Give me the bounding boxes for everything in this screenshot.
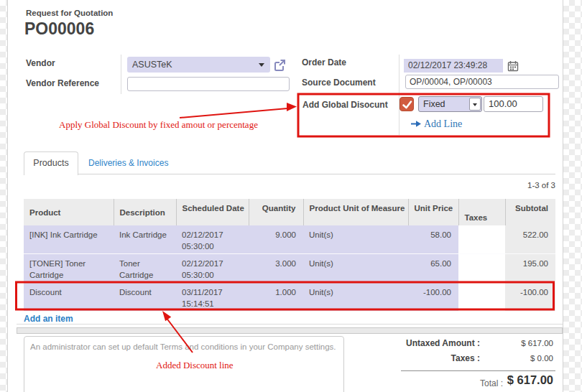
order-date-label: Order Date	[302, 57, 346, 67]
vendor-reference-input[interactable]	[127, 77, 290, 91]
form-sheet: Request for Quotation PO00006 Vendor Ven…	[7, 0, 563, 392]
column-header[interactable]: Unit Price	[408, 199, 458, 225]
caret-down-icon	[473, 103, 477, 106]
right-group-separator	[399, 55, 399, 135]
arrow-right-icon	[411, 120, 422, 128]
column-header[interactable]: Scheduled Date	[176, 199, 249, 225]
summary-divider	[401, 370, 555, 371]
untaxed-amount-label: Untaxed Amount :	[406, 338, 480, 348]
tab-products[interactable]: Products	[24, 151, 78, 175]
total-value: $ 617.00	[507, 373, 553, 387]
vendor-reference-label: Vendor Reference	[26, 78, 99, 88]
terms-placeholder: An administrator can set up default Term…	[30, 342, 336, 351]
cell-unit_price[interactable]: 65.00	[408, 254, 458, 283]
cell-description[interactable]: Ink Cartridge	[114, 225, 176, 254]
cell-taxes[interactable]	[458, 254, 505, 283]
column-header[interactable]: Product Unit of Measure	[303, 199, 408, 225]
external-link-icon[interactable]	[272, 58, 287, 73]
select-dropdown-button[interactable]	[469, 98, 481, 111]
caret-down-icon	[259, 63, 264, 67]
vendor-value: ASUSTeK	[132, 60, 172, 70]
column-header[interactable]: Subtotal	[505, 199, 555, 225]
cell-uom[interactable]: Unit(s)	[303, 254, 408, 283]
cell-product[interactable]: [TONER] Toner Cartridge	[24, 254, 114, 283]
cell-quantity[interactable]: 3.000	[249, 254, 303, 283]
add-an-item-link[interactable]: Add an item	[24, 314, 73, 324]
taxes-label: Taxes :	[451, 353, 480, 363]
discount-type-value: Fixed	[423, 99, 445, 109]
untaxed-amount-value: $ 617.00	[521, 339, 553, 347]
cell-quantity[interactable]: 9.000	[249, 225, 303, 254]
table-row[interactable]: [TONER] Toner CartridgeToner Cartridge02…	[24, 254, 555, 283]
order-lines-head-row: ProductDescriptionScheduled DateQuantity…	[24, 199, 555, 225]
cell-subtotal[interactable]: 522.00	[505, 225, 555, 254]
cell-subtotal[interactable]: 195.00	[505, 254, 555, 283]
tab-bar: Products Deliveries & Invoices	[24, 151, 555, 174]
vendor-label: Vendor	[26, 58, 55, 68]
source-document-input[interactable]: OP/00004, OP/00003	[405, 75, 559, 89]
discount-type-select[interactable]: Fixed	[418, 96, 482, 112]
source-document-label: Source Document	[302, 78, 376, 88]
tab-deliveries-invoices[interactable]: Deliveries & Invoices	[88, 151, 168, 174]
cell-subtotal[interactable]: -100.00	[505, 283, 555, 312]
cell-scheduled_date[interactable]: 02/12/2017 05:30:00	[176, 225, 249, 254]
cell-uom[interactable]: Unit(s)	[303, 283, 408, 312]
cell-uom[interactable]: Unit(s)	[303, 225, 408, 254]
table-bottom-border	[17, 324, 563, 325]
cell-taxes[interactable]	[458, 225, 505, 254]
column-header[interactable]: Description	[114, 199, 176, 225]
horizontal-scrollbar[interactable]	[17, 327, 563, 334]
cell-product[interactable]: Discount	[24, 283, 114, 312]
vendor-select[interactable]: ASUSTeK	[127, 57, 270, 73]
cell-scheduled_date[interactable]: 02/12/2017 05:30:00	[176, 254, 249, 283]
page-title: PO00006	[24, 19, 94, 39]
cell-product[interactable]: [INK] Ink Cartridge	[24, 225, 114, 254]
cell-unit_price[interactable]: 58.00	[408, 225, 458, 254]
cell-scheduled_date[interactable]: 03/11/2017 15:14:51	[176, 283, 249, 312]
table-row[interactable]: DiscountDiscount03/11/2017 15:14:511.000…	[24, 283, 555, 312]
cell-description[interactable]: Toner Cartridge	[114, 254, 176, 283]
table-row[interactable]: [INK] Ink CartridgeInk Cartridge02/12/20…	[24, 225, 555, 254]
order-lines-table: ProductDescriptionScheduled DateQuantity…	[24, 199, 555, 312]
column-header[interactable]: Taxes	[458, 199, 505, 225]
add-line-label: Add Line	[424, 118, 462, 129]
discount-amount-input[interactable]: 100.00	[484, 96, 543, 112]
taxes-value: $ 0.00	[530, 354, 553, 363]
cell-description[interactable]: Discount	[114, 283, 176, 312]
pager[interactable]: 1-3 of 3	[527, 181, 555, 190]
total-label: Total :	[480, 378, 503, 388]
add-line-link[interactable]: Add Line	[411, 118, 462, 130]
calendar-icon[interactable]	[507, 60, 519, 72]
left-group-separator	[121, 55, 121, 94]
global-discount-label: Add Global Disocunt	[302, 100, 388, 110]
order-lines-body: [INK] Ink CartridgeInk Cartridge02/12/20…	[24, 225, 555, 312]
annotation-global-discount: Apply Global Discount by fixed amout or …	[59, 119, 258, 131]
order-date-input[interactable]: 02/12/2017 23:49:28	[404, 59, 503, 73]
doc-type-label: Request for Quotation	[26, 9, 113, 17]
cell-taxes[interactable]	[458, 283, 505, 312]
cell-quantity[interactable]: 1.000	[249, 283, 303, 312]
column-header[interactable]: Product	[24, 199, 114, 225]
terms-notes-box[interactable]: An administrator can set up default Term…	[24, 336, 344, 392]
cell-unit_price[interactable]: -100.00	[408, 283, 458, 312]
checkbox-checked-icon[interactable]	[399, 97, 414, 111]
column-header[interactable]: Quantity	[249, 199, 303, 225]
